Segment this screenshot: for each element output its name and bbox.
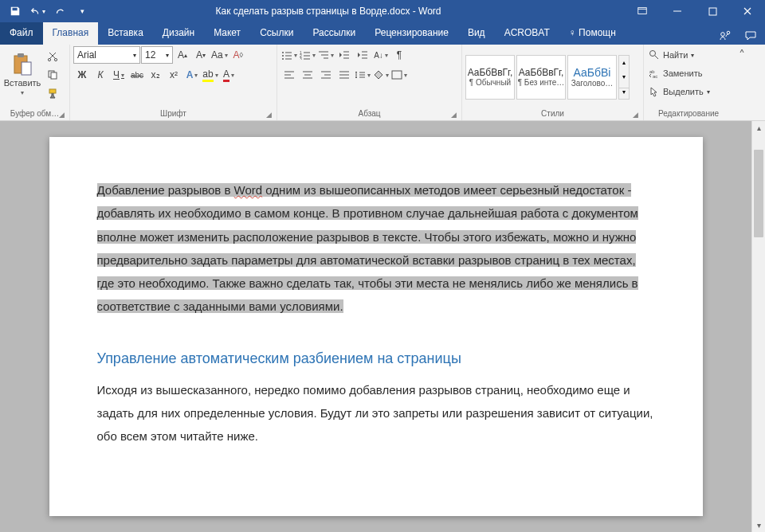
svg-point-18: [282, 58, 284, 60]
qat-customize-button[interactable]: ▾: [72, 1, 92, 22]
tab-view[interactable]: Вид: [458, 22, 495, 45]
page-scroll-area[interactable]: Добавление разрывов в Word одним из выше…: [0, 121, 751, 532]
find-button[interactable]: Найти▾: [647, 46, 715, 64]
document-page[interactable]: Добавление разрывов в Word одним из выше…: [49, 137, 703, 516]
format-painter-button[interactable]: [44, 84, 61, 102]
paragraph-2[interactable]: Исходя из вышесказанного, нередко помимо…: [97, 378, 655, 448]
clipboard-label: Буфер обм…: [10, 109, 59, 118]
vertical-scrollbar[interactable]: ▴ ▾: [751, 121, 765, 532]
document-title: Как сделать разрыв страницы в Ворде.docx…: [92, 6, 564, 17]
tab-mailings[interactable]: Рассылки: [303, 22, 365, 45]
align-right-button[interactable]: [317, 66, 335, 84]
increase-indent-button[interactable]: [354, 46, 371, 64]
group-editing: Найти▾ abacЗаменить Выделить▾ Редактиров…: [644, 45, 733, 120]
styles-gallery-scroll[interactable]: ▴ ▾ ▾: [618, 55, 630, 100]
svg-rect-50: [392, 71, 402, 79]
svg-point-10: [54, 58, 57, 61]
minimize-button[interactable]: [660, 0, 695, 22]
copy-button[interactable]: [44, 66, 61, 84]
redo-button[interactable]: [49, 1, 70, 22]
svg-point-14: [282, 52, 284, 53]
hyperlink-word[interactable]: Word: [234, 183, 263, 197]
shrink-font-button[interactable]: A▾: [192, 46, 210, 64]
styles-launcher[interactable]: ◢: [633, 111, 638, 119]
tab-file[interactable]: Файл: [0, 22, 43, 45]
paste-button[interactable]: Вставить ▾: [3, 46, 41, 102]
comments-icon[interactable]: [744, 29, 757, 45]
svg-rect-13: [49, 89, 56, 93]
superscript-button[interactable]: x²: [165, 66, 182, 84]
share-icon[interactable]: [719, 29, 732, 45]
select-button[interactable]: Выделить▾: [647, 83, 715, 100]
multilevel-list-button[interactable]: [317, 46, 335, 64]
style-normal[interactable]: АаБбВвГг, ¶ Обычный: [465, 55, 515, 100]
paragraph-launcher[interactable]: ◢: [451, 111, 457, 119]
clear-format-button[interactable]: A◊: [230, 46, 247, 64]
text-effects-button[interactable]: A: [183, 66, 201, 84]
grow-font-button[interactable]: A▴: [174, 46, 191, 64]
tab-acrobat[interactable]: ACROBAT: [495, 22, 559, 45]
svg-point-4: [721, 33, 725, 37]
cut-button[interactable]: [44, 48, 61, 65]
heading-2[interactable]: Управление автоматическим разбиением на …: [97, 350, 655, 367]
font-name-combo[interactable]: Arial▾: [73, 46, 140, 64]
tab-insert[interactable]: Вставка: [98, 22, 153, 45]
group-paragraph: 123 A↓ ¶ Абзац◢: [277, 45, 462, 120]
paragraph-1[interactable]: Добавление разрывов в Word одним из выше…: [97, 178, 655, 319]
editing-label: Редактирование: [658, 109, 719, 118]
title-bar: ▾ ▾ Как сделать разрыв страницы в Ворде.…: [0, 0, 765, 22]
tab-review[interactable]: Рецензирование: [365, 22, 458, 45]
tab-help[interactable]: ♀ Помощн: [559, 22, 626, 45]
replace-button[interactable]: abacЗаменить: [647, 65, 715, 82]
ribbon-tabs: Файл Главная Вставка Дизайн Макет Ссылки…: [0, 22, 765, 45]
sort-button[interactable]: A↓: [372, 46, 390, 64]
scroll-thumb[interactable]: [754, 150, 763, 237]
tab-home[interactable]: Главная: [43, 22, 99, 45]
group-styles: АаБбВвГг, ¶ Обычный АаБбВвГг, ¶ Без инте…: [462, 45, 644, 120]
shading-button[interactable]: [372, 66, 390, 84]
align-left-button[interactable]: [280, 66, 298, 84]
ribbon: Вставить ▾ Буфер обм…◢ Arial▾ 12▾ A▴ A▾ …: [0, 45, 765, 121]
tab-design[interactable]: Дизайн: [153, 22, 204, 45]
font-label: Шрифт: [160, 109, 186, 118]
svg-text:ac: ac: [653, 74, 657, 79]
italic-button[interactable]: К: [92, 66, 109, 84]
strikethrough-button[interactable]: abc: [128, 66, 146, 84]
bullets-button[interactable]: [280, 46, 298, 64]
tab-references[interactable]: Ссылки: [250, 22, 303, 45]
svg-rect-8: [22, 62, 31, 75]
style-nospacing[interactable]: АаБбВвГг, ¶ Без инте…: [516, 55, 566, 100]
font-color-button[interactable]: A: [220, 66, 237, 84]
svg-rect-0: [638, 8, 647, 14]
decrease-indent-button[interactable]: [335, 46, 353, 64]
highlight-button[interactable]: ab: [202, 66, 219, 84]
underline-button[interactable]: Ч: [110, 66, 128, 84]
justify-button[interactable]: [335, 66, 353, 84]
align-center-button[interactable]: [299, 66, 316, 84]
font-launcher[interactable]: ◢: [266, 111, 272, 119]
save-button[interactable]: [5, 1, 26, 22]
show-marks-button[interactable]: ¶: [390, 46, 408, 64]
svg-line-52: [655, 56, 658, 59]
undo-button[interactable]: ▾: [27, 1, 48, 22]
style-heading1[interactable]: АаБбВі Заголово…: [567, 55, 617, 100]
clipboard-launcher[interactable]: ◢: [59, 111, 65, 119]
font-size-combo[interactable]: 12▾: [141, 46, 173, 64]
close-button[interactable]: [730, 0, 765, 22]
scroll-down-button[interactable]: ▾: [752, 518, 765, 532]
scroll-up-button[interactable]: ▴: [752, 121, 765, 135]
subscript-button[interactable]: x₂: [147, 66, 164, 84]
tab-layout[interactable]: Макет: [204, 22, 250, 45]
svg-text:3: 3: [300, 57, 302, 60]
bold-button[interactable]: Ж: [73, 66, 91, 84]
paragraph-label: Абзац: [358, 109, 380, 118]
collapse-ribbon-button[interactable]: ˄: [733, 45, 751, 120]
line-spacing-button[interactable]: [354, 66, 371, 84]
numbering-button[interactable]: 123: [299, 46, 316, 64]
group-font: Arial▾ 12▾ A▴ A▾ Aa A◊ Ж К Ч abc x₂ x² A…: [70, 45, 277, 120]
svg-point-9: [48, 58, 50, 61]
change-case-button[interactable]: Aa: [210, 46, 229, 64]
ribbon-options-button[interactable]: [625, 0, 660, 22]
maximize-button[interactable]: [695, 0, 730, 22]
borders-button[interactable]: [390, 66, 408, 84]
